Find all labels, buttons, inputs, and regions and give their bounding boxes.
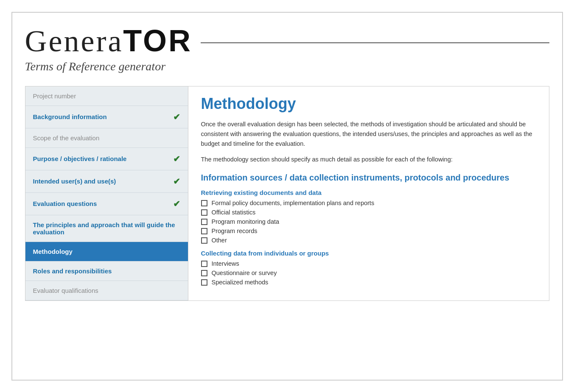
- checkmark-intended-users: ✔: [173, 176, 180, 186]
- sidebar-label-scope: Scope of the evaluation: [33, 134, 100, 142]
- logo: GeneraTOR: [25, 25, 193, 56]
- main-container: GeneraTOR Terms of Reference generator P…: [11, 12, 563, 381]
- content-area: Project number Background information ✔ …: [25, 86, 549, 301]
- page-title: Methodology: [201, 95, 536, 113]
- checkbox-interviews[interactable]: [201, 261, 207, 267]
- checkbox-other[interactable]: [201, 237, 207, 244]
- sidebar-label-intended-users: Intended user(s) and use(s): [33, 178, 116, 185]
- sidebar-item-methodology[interactable]: Methodology: [25, 242, 188, 261]
- sidebar-label-purpose: Purpose / objectives / rationale: [33, 155, 127, 162]
- logo-tor: TOR: [123, 24, 192, 58]
- item-label-official-stats: Official statistics: [212, 209, 256, 216]
- checkbox-specialized[interactable]: [201, 279, 207, 286]
- item-label-other: Other: [212, 237, 227, 244]
- checkmark-purpose: ✔: [173, 154, 180, 164]
- sidebar-label-principles: The principles and approach that will gu…: [33, 221, 180, 236]
- list-item[interactable]: Official statistics: [201, 209, 536, 216]
- sidebar-item-background[interactable]: Background information ✔: [25, 106, 188, 128]
- sidebar-label-methodology: Methodology: [33, 248, 73, 255]
- retrieving-list: Formal policy documents, implementation …: [201, 200, 536, 244]
- list-item[interactable]: Specialized methods: [201, 279, 536, 286]
- tagline: Terms of Reference generator: [25, 60, 549, 73]
- header-area: GeneraTOR Terms of Reference generator: [25, 25, 549, 73]
- item-label-program-records: Program records: [212, 228, 258, 234]
- sidebar-label-evaluator-qual: Evaluator qualifications: [33, 287, 98, 294]
- sub-section-heading: Information sources / data collection in…: [201, 172, 536, 183]
- logo-divider: [201, 42, 549, 43]
- list-item[interactable]: Program monitoring data: [201, 218, 536, 225]
- collecting-list: Interviews Questionnaire or survey Speci…: [201, 260, 536, 286]
- sidebar-item-project-number[interactable]: Project number: [25, 86, 188, 106]
- item-label-specialized: Specialized methods: [212, 279, 269, 286]
- sidebar-label-eval-questions: Evaluation questions: [33, 200, 97, 207]
- sidebar-label-background: Background information: [33, 113, 107, 120]
- checkbox-program-records[interactable]: [201, 228, 207, 234]
- sidebar-item-roles[interactable]: Roles and responsibilities: [25, 261, 188, 281]
- logo-genera: Genera: [25, 24, 123, 58]
- checkbox-formal-policy[interactable]: [201, 200, 207, 206]
- list-item[interactable]: Interviews: [201, 260, 536, 267]
- checkbox-official-stats[interactable]: [201, 209, 207, 216]
- sidebar-label-project-number: Project number: [33, 92, 76, 100]
- list-item[interactable]: Other: [201, 237, 536, 244]
- sidebar-item-purpose[interactable]: Purpose / objectives / rationale ✔: [25, 148, 188, 170]
- retrieving-title: Retrieving existing documents and data: [201, 189, 536, 196]
- item-label-interviews: Interviews: [212, 260, 239, 267]
- collecting-title: Collecting data from individuals or grou…: [201, 250, 536, 257]
- intro-paragraph-2: The methodology section should specify a…: [201, 155, 536, 164]
- intro-paragraph-1: Once the overall evaluation design has b…: [201, 120, 536, 149]
- sidebar-item-scope[interactable]: Scope of the evaluation: [25, 128, 188, 148]
- item-label-questionnaire: Questionnaire or survey: [212, 270, 277, 276]
- item-label-formal-policy: Formal policy documents, implementation …: [212, 200, 375, 206]
- list-item[interactable]: Formal policy documents, implementation …: [201, 200, 536, 206]
- checkbox-program-monitoring[interactable]: [201, 219, 207, 225]
- checkmark-background: ✔: [173, 112, 180, 122]
- item-label-program-monitoring: Program monitoring data: [212, 218, 280, 225]
- sidebar-item-evaluator-qual[interactable]: Evaluator qualifications: [25, 281, 188, 300]
- sidebar-item-eval-questions[interactable]: Evaluation questions ✔: [25, 193, 188, 215]
- sidebar-item-principles[interactable]: The principles and approach that will gu…: [25, 215, 188, 242]
- list-item[interactable]: Questionnaire or survey: [201, 270, 536, 276]
- main-content-panel: Methodology Once the overall evaluation …: [188, 86, 549, 301]
- logo-line: GeneraTOR: [25, 25, 549, 56]
- list-item[interactable]: Program records: [201, 228, 536, 234]
- sidebar-item-intended-users[interactable]: Intended user(s) and use(s) ✔: [25, 170, 188, 193]
- checkbox-questionnaire[interactable]: [201, 270, 207, 276]
- sidebar: Project number Background information ✔ …: [25, 86, 188, 301]
- sidebar-label-roles: Roles and responsibilities: [33, 267, 112, 275]
- checkmark-eval-questions: ✔: [173, 199, 180, 209]
